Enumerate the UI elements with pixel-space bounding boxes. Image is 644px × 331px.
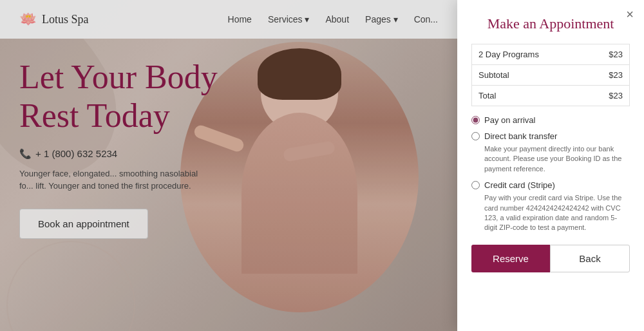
payment-arrival-text: Pay on arrival <box>484 115 535 125</box>
modal-actions: Reserve Back <box>471 245 630 272</box>
payment-bank-text: Direct bank transfer <box>484 131 557 141</box>
total-label: Total <box>472 86 587 106</box>
payment-stripe-label[interactable]: Credit card (Stripe) <box>471 180 630 190</box>
payment-stripe-description: Pay with your credit card via Stripe. Us… <box>484 193 630 233</box>
item-label: 2 Day Programs <box>472 44 587 65</box>
order-summary-table: 2 Day Programs $23 Subtotal $23 Total $2… <box>471 44 630 106</box>
subtotal-label: Subtotal <box>472 65 587 86</box>
total-amount: $23 <box>587 86 629 106</box>
payment-stripe-radio[interactable] <box>471 181 480 189</box>
table-row: Subtotal $23 <box>472 65 630 86</box>
table-row: Total $23 <box>472 86 630 106</box>
reserve-button[interactable]: Reserve <box>471 245 550 272</box>
payment-stripe-text: Credit card (Stripe) <box>484 180 555 190</box>
payment-bank-radio[interactable] <box>471 132 480 140</box>
appointment-modal: × Make an Appointment 2 Day Programs $23… <box>457 0 644 331</box>
payment-arrival-radio[interactable] <box>471 116 480 124</box>
payment-arrival-label[interactable]: Pay on arrival <box>471 115 630 125</box>
payment-option-bank[interactable]: Direct bank transfer Make your payment d… <box>471 131 630 174</box>
table-row: 2 Day Programs $23 <box>472 44 630 65</box>
subtotal-amount: $23 <box>587 65 629 86</box>
back-button[interactable]: Back <box>550 245 630 272</box>
item-amount: $23 <box>587 44 629 65</box>
modal-title: Make an Appointment <box>471 15 630 32</box>
payment-option-stripe[interactable]: Credit card (Stripe) Pay with your credi… <box>471 180 630 233</box>
payment-option-arrival[interactable]: Pay on arrival <box>471 115 630 125</box>
payment-bank-label[interactable]: Direct bank transfer <box>471 131 630 141</box>
modal-close-button[interactable]: × <box>626 8 634 21</box>
payment-bank-description: Make your payment directly into our bank… <box>484 144 630 174</box>
